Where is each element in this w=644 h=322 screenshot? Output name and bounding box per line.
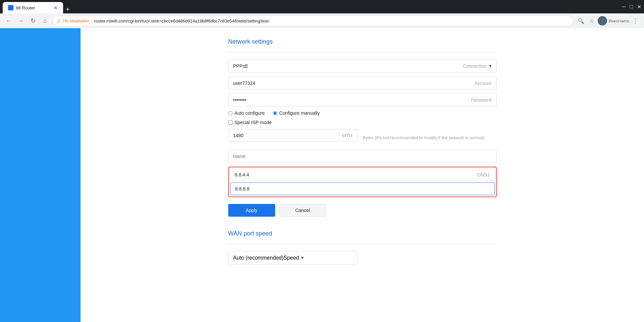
speed-label: Speed bbox=[284, 255, 299, 261]
speed-field[interactable]: Auto (recommended) Speed ▾ bbox=[228, 251, 357, 265]
configure-radio-group: Auto configure Configure manually bbox=[228, 110, 497, 116]
connection-dropdown[interactable]: Connection ▾ bbox=[463, 63, 492, 69]
address-bar[interactable]: ⚠ Не защищено | router.miwifi.com/cgi-bi… bbox=[52, 15, 574, 26]
new-tab-button[interactable]: + bbox=[63, 6, 72, 13]
home-button[interactable]: ⌂ bbox=[40, 16, 50, 25]
tab-title: Mi Router bbox=[16, 5, 35, 10]
wan-port-speed-section: WAN port speed Auto (recommended) Speed … bbox=[228, 230, 497, 265]
chevron-down-icon: ▾ bbox=[489, 63, 492, 69]
apply-button[interactable]: Apply bbox=[228, 204, 275, 217]
password-input[interactable] bbox=[233, 97, 471, 103]
name-field[interactable] bbox=[228, 150, 497, 163]
close-window-button[interactable]: ✕ bbox=[637, 4, 641, 10]
name-input[interactable] bbox=[233, 154, 492, 159]
browser-tabs: Mi Router ✕ + bbox=[3, 0, 72, 13]
dns1-field[interactable]: DNS1 bbox=[230, 169, 495, 181]
not-secure-label: Не защищено bbox=[63, 18, 89, 23]
special-isp-group: Special ISP mode bbox=[228, 120, 497, 125]
dns1-input[interactable] bbox=[235, 172, 478, 177]
maximize-button[interactable]: □ bbox=[630, 4, 633, 10]
speed-chevron-down-icon: ▾ bbox=[301, 255, 304, 261]
mtu-field[interactable]: MTU bbox=[228, 129, 357, 142]
special-isp-label: Special ISP mode bbox=[235, 120, 272, 125]
configure-manually-radio[interactable] bbox=[273, 111, 277, 115]
sidebar bbox=[0, 28, 81, 322]
network-settings-section: Network settings PPPoE Connection ▾ Acco… bbox=[228, 38, 497, 217]
auto-configure-radio[interactable] bbox=[228, 111, 233, 115]
dns2-input[interactable] bbox=[235, 186, 490, 192]
lock-icon: ⚠ bbox=[57, 18, 61, 23]
special-isp-option[interactable]: Special ISP mode bbox=[228, 120, 497, 125]
main-content: Network settings PPPoE Connection ▾ Acco… bbox=[81, 28, 644, 322]
menu-button[interactable]: ⋮ bbox=[631, 16, 640, 25]
dns2-field[interactable] bbox=[230, 182, 495, 195]
back-button[interactable]: ← bbox=[4, 16, 13, 25]
wan-port-speed-title: WAN port speed bbox=[228, 230, 497, 237]
address-separator: | bbox=[91, 18, 92, 23]
dns1-label: DNS1 bbox=[477, 172, 490, 177]
reload-button[interactable]: ↻ bbox=[28, 16, 38, 25]
bookmark-button[interactable]: ☆ bbox=[587, 16, 596, 25]
search-button[interactable]: 🔍 bbox=[576, 16, 586, 25]
cancel-button[interactable]: Cancel bbox=[279, 204, 326, 217]
password-field[interactable]: Password bbox=[228, 94, 497, 106]
minimize-button[interactable]: ─ bbox=[622, 4, 626, 10]
mtu-note: Bytes (It's not recommended to modify if… bbox=[363, 135, 485, 140]
tab-close-button[interactable]: ✕ bbox=[53, 5, 58, 11]
password-label: Password bbox=[471, 97, 491, 103]
active-tab[interactable]: Mi Router ✕ bbox=[3, 2, 63, 13]
form-container: Network settings PPPoE Connection ▾ Acco… bbox=[228, 38, 497, 265]
account-field[interactable]: Account bbox=[228, 77, 497, 90]
speed-dropdown[interactable]: Speed ▾ bbox=[284, 255, 304, 261]
mtu-input[interactable] bbox=[233, 133, 342, 138]
configure-manually-option[interactable]: Configure manually bbox=[273, 110, 320, 116]
auto-configure-label: Auto configure bbox=[235, 110, 265, 116]
network-settings-title: Network settings bbox=[228, 38, 497, 45]
mtu-row: MTU Bytes (It's not recommended to modif… bbox=[228, 129, 497, 146]
toolbar-right: 🔍 ☆ 👤 Инкогнито ⋮ bbox=[576, 16, 640, 25]
dns-section: DNS1 bbox=[228, 167, 497, 197]
account-label: Account bbox=[475, 80, 492, 86]
auto-configure-option[interactable]: Auto configure bbox=[228, 110, 265, 116]
tab-favicon bbox=[8, 5, 13, 10]
url-text: router.miwifi.com/cgi-bin/luci/;stok=cbc… bbox=[94, 18, 569, 23]
button-row: Apply Cancel bbox=[228, 204, 497, 217]
configure-manually-label: Configure manually bbox=[279, 110, 320, 116]
speed-value: Auto (recommended) bbox=[233, 255, 284, 261]
special-isp-checkbox[interactable] bbox=[228, 120, 233, 125]
mtu-label: MTU bbox=[342, 133, 352, 138]
page-container: Network settings PPPoE Connection ▾ Acco… bbox=[0, 28, 644, 322]
connection-label: Connection bbox=[463, 63, 487, 69]
forward-button[interactable]: → bbox=[16, 16, 26, 25]
section-divider bbox=[228, 52, 497, 52]
wan-divider bbox=[228, 244, 497, 244]
browser-chrome: Mi Router ✕ + ─ □ ✕ bbox=[0, 0, 644, 13]
incognito-label: Инкогнито bbox=[608, 18, 629, 23]
connection-field[interactable]: PPPoE Connection ▾ bbox=[228, 59, 497, 73]
account-button[interactable]: 👤 bbox=[598, 16, 607, 25]
account-input[interactable] bbox=[233, 80, 475, 86]
connection-value: PPPoE bbox=[233, 63, 463, 69]
browser-toolbar: ← → ↻ ⌂ ⚠ Не защищено | router.miwifi.co… bbox=[0, 13, 644, 28]
